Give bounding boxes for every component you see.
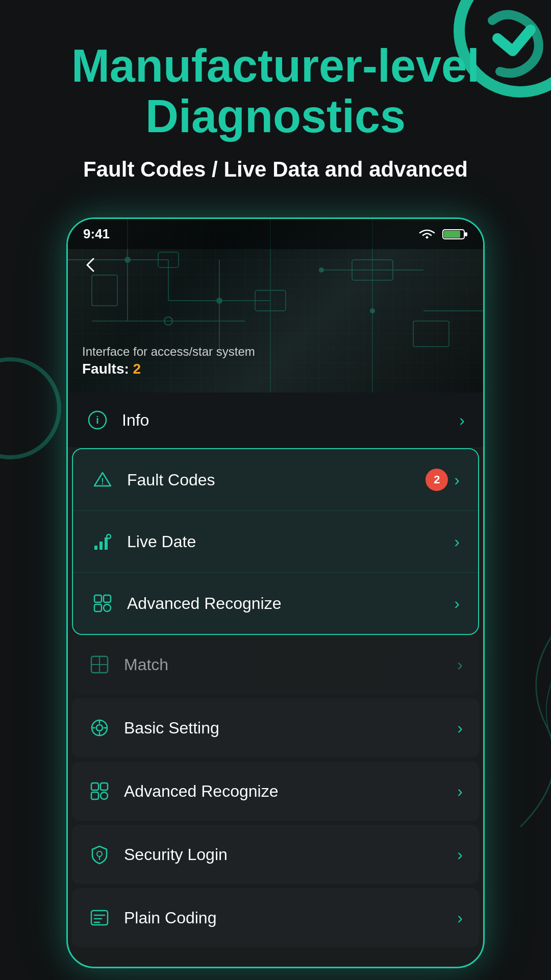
plain-coding-item[interactable]: Plain Coding › (72, 888, 479, 947)
fault-codes-item[interactable]: ! Fault Codes 2 › (73, 449, 478, 511)
subtitle: Fault Codes / Live Data and advanced (31, 157, 520, 182)
advanced-recognize-hl-chevron: › (454, 594, 460, 613)
status-icons (418, 228, 468, 241)
svg-rect-31 (94, 595, 102, 602)
status-time: 9:41 (83, 226, 110, 242)
svg-point-15 (216, 298, 222, 304)
highlight-group: ! Fault Codes 2 › (72, 448, 479, 635)
status-bar: 9:41 (68, 219, 483, 249)
svg-point-30 (107, 534, 111, 538)
svg-point-34 (104, 604, 111, 611)
svg-point-48 (97, 851, 102, 856)
svg-text:!: ! (101, 477, 104, 486)
hero-image: 9:41 (68, 219, 483, 393)
plain-coding-icon (88, 906, 111, 929)
security-login-item[interactable]: Security Login › (72, 825, 479, 884)
fault-codes-badge: 2 (425, 469, 448, 491)
interface-label: Interface for access/star system (82, 345, 255, 359)
info-menu-item[interactable]: i Info › (68, 393, 483, 448)
info-item-right: › (459, 411, 465, 430)
svg-point-17 (370, 308, 375, 313)
svg-point-16 (319, 267, 324, 273)
hero-info: Interface for access/star system Faults:… (82, 345, 255, 377)
info-label: Info (122, 411, 149, 430)
title-line2: Diagnostics (145, 91, 406, 142)
plain-coding-chevron: › (457, 909, 463, 927)
svg-rect-23 (465, 232, 467, 236)
svg-rect-44 (91, 783, 98, 790)
phone-mockup-container: 9:41 (66, 217, 485, 968)
live-date-item[interactable]: Live Date › (73, 511, 478, 573)
info-icon: i (86, 409, 109, 431)
svg-rect-45 (101, 783, 108, 790)
fault-codes-chevron: › (454, 471, 460, 489)
security-login-icon (88, 843, 111, 866)
info-item-left: i Info (86, 409, 149, 431)
live-date-chevron: › (454, 532, 460, 551)
svg-rect-22 (444, 231, 460, 238)
faults-count: 2 (133, 361, 141, 377)
faults-label: Faults: 2 (82, 361, 255, 377)
advanced-recognize-item[interactable]: Advanced Recognize › (72, 762, 479, 821)
back-button[interactable] (80, 255, 101, 280)
svg-rect-27 (94, 546, 97, 550)
svg-rect-32 (104, 595, 111, 602)
basic-setting-label: Basic Setting (124, 719, 219, 738)
logo-top-right (418, 0, 551, 133)
fault-codes-icon: ! (91, 469, 114, 491)
basic-setting-chevron: › (457, 719, 463, 738)
svg-rect-20 (413, 321, 449, 347)
match-label: Match (124, 655, 168, 674)
svg-point-14 (124, 257, 131, 263)
phone-mockup: 9:41 (66, 217, 485, 968)
svg-point-38 (96, 725, 103, 731)
svg-text:i: i (96, 414, 99, 426)
svg-point-47 (101, 792, 108, 799)
live-date-label: Live Date (127, 532, 196, 551)
live-date-icon (91, 530, 114, 553)
security-login-chevron: › (457, 845, 463, 864)
advanced-recognize-hl-icon (91, 592, 114, 615)
svg-rect-29 (105, 537, 108, 550)
advanced-recognize-hl-label: Advanced Recognize (127, 594, 281, 613)
match-item[interactable]: Match › (72, 635, 479, 694)
lower-menu: Match › (68, 635, 483, 967)
svg-rect-28 (99, 542, 103, 550)
svg-rect-19 (92, 275, 117, 306)
battery-icon (442, 228, 468, 241)
match-chevron: › (457, 655, 463, 674)
security-login-label: Security Login (124, 845, 228, 864)
svg-rect-33 (94, 604, 102, 611)
info-chevron: › (459, 411, 465, 430)
advanced-recognize-highlighted-item[interactable]: Advanced Recognize › (73, 573, 478, 634)
bg-arc-left (0, 357, 61, 459)
basic-setting-item[interactable]: Basic Setting › (72, 698, 479, 757)
plain-coding-label: Plain Coding (124, 909, 216, 927)
basic-setting-icon (88, 717, 111, 739)
fault-codes-label: Fault Codes (127, 471, 215, 489)
advanced-recognize-icon (88, 780, 111, 802)
advanced-recognize-chevron: › (457, 782, 463, 801)
advanced-recognize-label: Advanced Recognize (124, 782, 278, 801)
match-icon (88, 653, 111, 676)
wifi-icon (418, 228, 436, 241)
svg-rect-46 (91, 792, 98, 799)
